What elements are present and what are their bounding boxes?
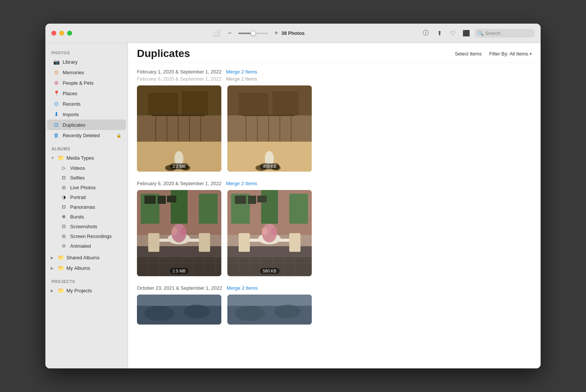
minimize-button[interactable]	[59, 31, 64, 36]
filter-button[interactable]: Filter By: All Items ▾	[489, 51, 532, 57]
sidebar-item-label: Library	[63, 59, 78, 65]
info-button[interactable]: ⓘ	[421, 28, 431, 39]
select-items-button[interactable]: Select Items	[452, 49, 485, 58]
svg-rect-64	[239, 233, 250, 252]
svg-rect-2	[148, 93, 178, 115]
svg-rect-39	[199, 233, 210, 252]
photo-svg	[227, 190, 312, 276]
recents-icon: ⊙	[53, 100, 60, 107]
duplicate-group: October 23, 2021 & September 1, 2022 Mer…	[137, 285, 532, 325]
share-button[interactable]: ⬆	[434, 28, 445, 39]
zoom-slider[interactable]	[238, 33, 268, 34]
svg-rect-34	[158, 196, 166, 204]
sidebar-item-memories[interactable]: ⊙ Memories	[47, 67, 126, 78]
search-box[interactable]: 🔍	[475, 29, 535, 37]
merge-button[interactable]: Merge 2 Items	[227, 285, 258, 291]
sidebar-item-label: Recents	[63, 101, 81, 107]
sidebar-item-animated[interactable]: ⊙ Animated	[47, 241, 126, 251]
group-header: February 1, 2020 & September 1, 2022 Mer…	[137, 69, 532, 75]
group-header: February 6, 2020 & September 1, 2022 Mer…	[137, 181, 532, 186]
sidebar-item-bursts[interactable]: ⊗ Bursts	[47, 212, 126, 221]
chevron-right-icon: ▶	[51, 256, 55, 260]
app-body: Photos 📷 Library ⊙ Memories ⊕ People & P…	[45, 43, 541, 368]
group-date: October 23, 2021 & September 1, 2022	[137, 285, 222, 291]
favorite-button[interactable]: ♡	[448, 28, 458, 39]
photo-thumbnail[interactable]: 2.5 MB	[137, 190, 221, 276]
svg-rect-32	[171, 190, 188, 224]
frame-view-button[interactable]: ⬜	[211, 28, 222, 39]
sidebar-item-live-photos[interactable]: ◎ Live Photos	[47, 183, 126, 192]
sidebar-sub-label: Videos	[70, 165, 85, 171]
zoom-out-button[interactable]: −	[225, 28, 235, 39]
photo-svg	[137, 85, 221, 172]
sidebar-sub-label: Panoramas	[70, 204, 95, 210]
sidebar-item-screenshots[interactable]: ⊡ Screenshots	[47, 221, 126, 231]
photo-size-badge: 2.5 MB	[170, 268, 189, 274]
merge-button[interactable]: Merge 2 Items	[226, 181, 257, 186]
photo-thumbnail[interactable]	[227, 295, 312, 325]
group-sub-date: February 6, 2020 & September 1, 2022	[137, 76, 221, 82]
sidebar-item-duplicates[interactable]: ⊡ Duplicates	[47, 120, 126, 130]
header-actions: Select Items Filter By: All Items ▾	[452, 49, 532, 58]
chevron-right-icon3: ▶	[51, 289, 55, 293]
merge-button[interactable]: Merge 2 Items	[226, 69, 257, 75]
photo-thumbnail[interactable]	[137, 295, 221, 325]
sidebar-item-imports[interactable]: ⬇ Imports	[47, 109, 126, 120]
group-header: October 23, 2021 & September 1, 2022 Mer…	[137, 285, 532, 291]
projects-section-label: Projects	[45, 276, 128, 285]
svg-rect-17	[272, 91, 299, 115]
my-projects-group[interactable]: ▶ 📁 My Projects	[47, 285, 126, 296]
sidebar-item-screen-recordings[interactable]: ◎ Screen Recordings	[47, 231, 126, 241]
svg-rect-3	[182, 91, 208, 115]
sub-merge-button[interactable]: Merge 2 Items	[226, 76, 257, 82]
shared-albums-icon: 📁	[57, 254, 64, 261]
svg-point-86	[274, 305, 301, 318]
shared-albums-group[interactable]: ▶ 📁 Shared Albums	[47, 252, 126, 263]
photo-svg	[137, 190, 221, 276]
my-projects-icon: 📁	[57, 287, 64, 294]
sidebar-item-selfies[interactable]: ⊡ Selfies	[47, 173, 126, 183]
photo-thumbnail[interactable]: 580 KB	[227, 190, 312, 276]
close-button[interactable]	[51, 31, 56, 36]
page-title: Duplicates	[137, 48, 190, 60]
sidebar-item-places[interactable]: 📍 Places	[47, 88, 126, 99]
media-types-label: Media Types	[66, 155, 94, 161]
svg-rect-35	[167, 196, 176, 202]
photo-thumbnail[interactable]: 455 KB	[227, 85, 312, 172]
zoom-in-button[interactable]: +	[271, 28, 282, 39]
svg-rect-33	[144, 196, 156, 204]
svg-rect-31	[199, 194, 218, 224]
media-types-group[interactable]: ▼ 📁 Media Types	[47, 153, 126, 163]
svg-rect-65	[289, 233, 301, 252]
sidebar-item-videos[interactable]: ▷ Videos	[47, 163, 126, 173]
portrait-icon: ◑	[60, 194, 67, 200]
sidebar-item-recents[interactable]: ⊙ Recents	[47, 99, 126, 109]
filter-label: Filter By: All Items	[489, 51, 528, 57]
chevron-right-icon2: ▶	[51, 266, 55, 270]
fullscreen-button[interactable]	[67, 31, 72, 36]
sidebar-item-panoramas[interactable]: ⊡ Panoramas	[47, 202, 126, 212]
app-window: ⬜ − + 38 Photos ⓘ ⬆ ♡ ⬛ 🔍 Photos 📷 Libra…	[45, 24, 541, 368]
sidebar-item-library[interactable]: 📷 Library	[47, 57, 126, 67]
animated-icon: ⊙	[60, 242, 67, 249]
sidebar-sub-label: Portrait	[70, 195, 86, 200]
photo-thumbnail[interactable]: 2.2 MB	[137, 85, 221, 172]
my-albums-group[interactable]: ▶ 📁 My Albums	[47, 263, 126, 273]
photo-size-badge: 2.2 MB	[170, 163, 189, 169]
search-input[interactable]	[485, 30, 532, 36]
sidebar-item-portrait[interactable]: ◑ Portrait	[47, 192, 126, 202]
group-date: February 1, 2020 & September 1, 2022	[137, 69, 221, 75]
screenshots-icon: ⊡	[60, 223, 67, 230]
sidebar-item-people-pets[interactable]: ⊕ People & Pets	[47, 78, 126, 88]
sidebar-item-recently-deleted[interactable]: 🗑 Recently Deleted 🔒	[47, 130, 126, 141]
svg-point-82	[184, 305, 210, 318]
toolbar-right: ⓘ ⬆ ♡ ⬛ 🔍	[421, 28, 535, 39]
sidebar-item-label: Places	[63, 91, 77, 96]
sidebar-item-label: Imports	[63, 112, 79, 117]
svg-rect-38	[148, 233, 159, 252]
sidebar-item-label: People & Pets	[63, 80, 93, 86]
svg-rect-59	[235, 196, 246, 204]
duplicate-group: February 1, 2020 & September 1, 2022 Mer…	[137, 69, 532, 172]
photo-svg	[137, 295, 221, 325]
crop-button[interactable]: ⬛	[461, 28, 472, 39]
